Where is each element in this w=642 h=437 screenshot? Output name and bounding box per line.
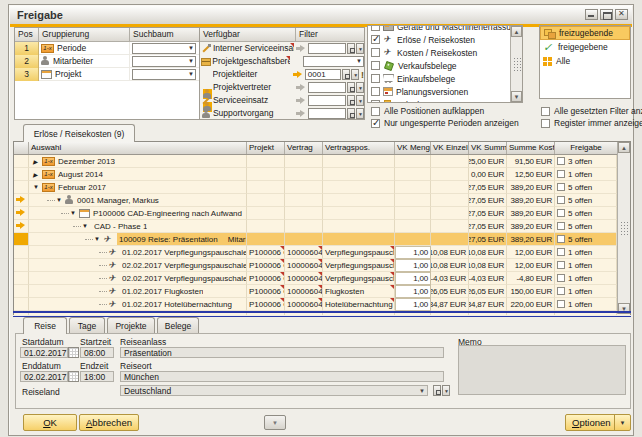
options-button[interactable]: Optionen ▼ — [565, 414, 631, 431]
doc-type-item[interactable]: Kosten / Reisekosten — [368, 46, 510, 59]
tab-erloese-reisekosten[interactable]: Erlöse / Reisekosten (9) — [23, 124, 135, 142]
expand-icon[interactable] — [33, 171, 42, 178]
freigabe-checkbox[interactable] — [557, 287, 565, 295]
table-row[interactable]: 02.02.2017 Verpflegungspauschale P100006… — [14, 259, 630, 272]
view-filter-freizugebende[interactable]: freizugebende — [540, 26, 630, 40]
filter-dropdown-button[interactable] — [356, 95, 364, 106]
scroll-up-icon[interactable]: ▲ — [511, 26, 522, 37]
header-projekt[interactable]: Projekt — [247, 142, 285, 154]
header-vk-einzel[interactable]: VK Einzel — [431, 142, 469, 154]
view-filter-alle[interactable]: Alle — [540, 54, 630, 68]
dropdown-button[interactable] — [442, 385, 450, 396]
filter-dropdown-button[interactable] — [356, 108, 364, 119]
filter-dropdown-button[interactable] — [356, 82, 364, 93]
option-nur-ungesperrte[interactable]: Nur ungesperrte Perioden anzeigen — [371, 118, 519, 128]
expand-collapse-button[interactable]: ▼ — [264, 415, 286, 430]
freigabe-checkbox[interactable] — [557, 170, 565, 178]
suchbaum-dropdown-projekt[interactable] — [132, 69, 196, 80]
doc-type-item[interactable]: Geräte und Maschinenerfassung — [368, 25, 510, 33]
endzeit-field[interactable]: 18:00 — [80, 371, 114, 382]
scrollbar-grip[interactable] — [513, 57, 521, 71]
grouping-row-projekt[interactable]: 3 Projekt — [15, 68, 199, 81]
header-summe-kosten[interactable]: Summe Kosten — [507, 142, 555, 154]
choose-list-button[interactable] — [347, 95, 355, 106]
choose-list-button[interactable] — [347, 108, 355, 119]
startzeit-field[interactable]: 08:00 — [80, 347, 114, 358]
release-arrow-icon[interactable] — [16, 222, 26, 230]
filter-input[interactable] — [308, 108, 346, 119]
filter-input[interactable] — [308, 43, 346, 54]
tab-tage[interactable]: Tage — [69, 317, 105, 333]
cancel-button[interactable]: Abbrechen — [79, 414, 139, 431]
checkbox[interactable] — [541, 119, 550, 128]
ok-button[interactable]: OK — [23, 414, 77, 431]
table-row[interactable]: August 2014 0,00 EUR 12,50 EUR 1 offen — [14, 168, 630, 181]
collapse-icon[interactable] — [82, 223, 91, 229]
filter-input[interactable]: 0001 — [305, 69, 342, 80]
menge-input[interactable]: 1,00 — [395, 246, 431, 259]
reiseort-field[interactable]: München — [120, 371, 444, 382]
freigabe-checkbox[interactable] — [557, 300, 565, 308]
available-row[interactable]: Supportvorgang — [200, 107, 364, 120]
table-row[interactable]: CAD - Phase 1 327,05 EUR 389,20 EUR 5 of… — [14, 220, 630, 233]
table-row[interactable]: Februar 2017 327,05 EUR 389,20 EUR 5 off… — [14, 181, 630, 194]
option-register-immer[interactable]: Register immer anzeigen — [541, 118, 642, 128]
table-row-selected[interactable]: 100009 Reise: PräsentationMitarbeiter: 0… — [14, 233, 630, 246]
doc-type-item[interactable]: Planungsversionen — [368, 85, 510, 98]
option-alle-positionen[interactable]: Alle Positionen aufklappen — [371, 106, 484, 116]
release-arrow-icon[interactable] — [16, 196, 26, 204]
suchbaum-dropdown-mitarbeiter[interactable] — [132, 56, 196, 67]
doc-type-scrollbar[interactable]: ▲ ▼ — [510, 26, 522, 102]
table-row[interactable]: P100006 CAD-Engineering nach Aufwand 327… — [14, 207, 630, 220]
filter-input[interactable] — [308, 82, 346, 93]
available-row[interactable]: Serviceeinsatz — [200, 94, 364, 107]
scrollbar-grip[interactable] — [620, 221, 628, 235]
freigabe-checkbox[interactable] — [557, 261, 565, 269]
available-row[interactable]: Interner Serviceeinsat — [200, 42, 364, 55]
header-freigabe[interactable]: Freigabe — [555, 142, 617, 154]
tab-belege[interactable]: Belege — [157, 317, 199, 333]
table-row[interactable]: 01.02.2017 Hotelübernachtung P100006 C 1… — [14, 298, 630, 311]
choose-list-button[interactable] — [433, 385, 441, 396]
filter-dropdown-button[interactable] — [351, 69, 359, 80]
options-dropdown-icon[interactable]: ▼ — [614, 415, 630, 430]
available-row[interactable]: Projektleiter 0001 ! — [200, 68, 364, 81]
option-gesetzte-filter[interactable]: Alle gesetzten Filter anzeigen — [541, 106, 642, 116]
collapse-icon[interactable] — [33, 184, 42, 190]
table-row[interactable]: 0001 Manager, Markus 327,05 EUR 389,20 E… — [14, 194, 630, 207]
grouping-row-mitarbeiter[interactable]: 2 Mitarbeiter — [15, 55, 199, 68]
calendar-icon[interactable] — [68, 371, 79, 382]
table-row[interactable]: 02.02.2017 Verpflegungspauschale P100006… — [14, 272, 630, 285]
checkbox[interactable] — [541, 107, 550, 116]
menge-input[interactable]: 1,00 — [395, 285, 431, 298]
freigabe-checkbox[interactable] — [557, 183, 565, 191]
reiseanlass-field[interactable]: Präsentation — [120, 347, 444, 358]
startdatum-field[interactable]: 01.02.2017 — [20, 347, 68, 358]
enddatum-field[interactable]: 02.02.2017 — [20, 371, 68, 382]
geschaeftsbereich-combo[interactable] — [303, 56, 364, 67]
release-arrow-icon[interactable] — [16, 209, 26, 217]
table-row[interactable]: Dezember 2013 125,00 EUR 91,50 EUR 3 off… — [14, 155, 630, 168]
table-row[interactable]: 01.02.2017 Verpflegungspauschale P100006… — [14, 246, 630, 259]
header-vk-menge[interactable]: VK Menge — [395, 142, 431, 154]
close-button[interactable] — [615, 9, 628, 20]
minimize-button[interactable] — [585, 9, 598, 20]
calendar-icon[interactable] — [68, 347, 79, 358]
header-auswahl[interactable]: Auswahl — [29, 142, 247, 154]
checkbox[interactable] — [371, 74, 380, 83]
doc-type-item[interactable]: Erlöse / Reisekosten — [368, 33, 510, 46]
maximize-button[interactable] — [600, 9, 613, 20]
grid-scrollbar[interactable]: ▲ ▼ — [617, 142, 630, 314]
freigabe-checkbox[interactable] — [557, 209, 565, 217]
collapse-icon[interactable] — [70, 210, 79, 216]
checkbox-checked[interactable] — [371, 119, 380, 128]
checkbox[interactable] — [371, 48, 380, 57]
menge-input[interactable]: 1,00 — [395, 298, 431, 311]
available-row[interactable]: Projektgeschäftsbereic — [200, 55, 364, 68]
freigabe-checkbox[interactable] — [557, 248, 565, 256]
choose-list-button[interactable] — [342, 69, 350, 80]
doc-type-item[interactable]: Urlaubsanträge — [368, 98, 510, 103]
collapse-icon[interactable] — [56, 197, 65, 203]
menge-input[interactable]: 1,00 — [395, 259, 431, 272]
filter-dropdown-button[interactable] — [356, 43, 364, 54]
